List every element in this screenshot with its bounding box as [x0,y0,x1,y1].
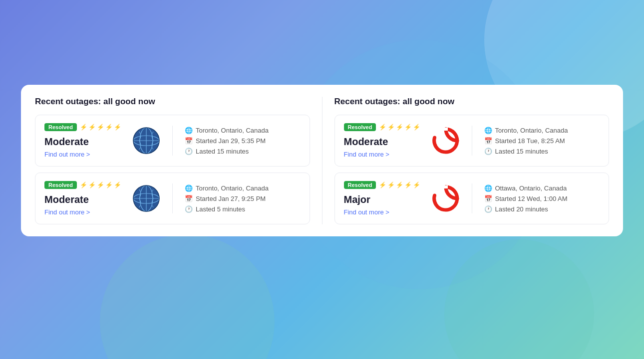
lightning-icon-9: ⚡ [105,181,113,188]
card-3-find-out-more[interactable]: Find out more > [344,151,389,158]
card-2-started: Started Jan 27, 9:25 PM [196,195,266,202]
panel-right: Recent outages: all good now Resolved ⚡ … [334,97,610,224]
clock-icon-1: 🕐 [185,148,193,155]
outage-card-1: Resolved ⚡ ⚡ ⚡ ⚡ ⚡ Moderate Find out mor… [35,115,310,167]
globe-small-icon-4: 🌐 [484,184,492,192]
card-1-lasted: Lasted 15 minutes [196,148,249,155]
lightning-icon-14: ⚡ [404,124,412,131]
lightning-icon-6: ⚡ [80,181,87,188]
card-2-started-row: 📅 Started Jan 27, 9:25 PM [185,195,269,202]
card-1-find-out-more[interactable]: Find out more > [44,151,90,158]
card-2-location: Toronto, Ontario, Canada [196,184,269,192]
lightning-icon-7: ⚡ [88,181,96,188]
card-4-spinner-icon [432,184,460,212]
card-1-started: Started Jan 29, 5:35 PM [196,137,266,145]
lightning-icon-11: ⚡ [379,124,386,131]
globe-small-icon: 🌐 [185,127,193,134]
card-3-started: Started 18 Tue, 8:25 AM [495,137,565,145]
card-3-spinner-icon [432,127,460,155]
clock-icon-3: 🕐 [484,148,492,155]
outage-card-2: Resolved ⚡ ⚡ ⚡ ⚡ ⚡ Moderate Find out mor… [35,173,310,224]
panel-divider [322,97,322,224]
card-4-location-row: 🌐 Ottawa, Ontario, Canada [484,184,568,192]
card-2-location-row: 🌐 Toronto, Ontario, Canada [185,184,269,192]
card-3-lasted-row: 🕐 Lasted 15 minutes [484,148,568,155]
calendar-icon-1: 📅 [185,137,193,145]
card-2-resolved-badge: Resolved [44,181,77,189]
lightning-icon-8: ⚡ [97,181,104,188]
card-3-severity: Moderate [344,136,388,148]
outage-card-4: Resolved ⚡ ⚡ ⚡ ⚡ ⚡ Major Find out more > [334,173,610,224]
card-2-badge-row: Resolved ⚡ ⚡ ⚡ ⚡ ⚡ [44,181,121,189]
card-4-badge-row: Resolved ⚡ ⚡ ⚡ ⚡ ⚡ [344,181,421,189]
card-2-find-out-more[interactable]: Find out more > [44,208,90,216]
card-1-left: Resolved ⚡ ⚡ ⚡ ⚡ ⚡ Moderate Find out mor… [44,123,124,158]
calendar-icon-4: 📅 [484,195,492,202]
card-4-find-out-more[interactable]: Find out more > [344,208,389,216]
card-1-started-row: 📅 Started Jan 29, 5:35 PM [185,137,269,145]
card-3-lasted: Lasted 15 minutes [495,148,548,155]
lightning-icon-18: ⚡ [396,181,403,188]
card-4-lightning-icons: ⚡ ⚡ ⚡ ⚡ ⚡ [379,181,420,188]
lightning-icon-2: ⚡ [88,124,96,131]
panel-left: Recent outages: all good now Resolved ⚡ … [35,97,310,224]
globe-small-icon-3: 🌐 [484,127,492,134]
card-4-resolved-badge: Resolved [344,181,376,189]
lightning-icon-10: ⚡ [114,181,121,188]
card-4-lasted: Lasted 20 minutes [495,205,548,213]
bg-decoration-3 [100,234,275,359]
card-2-severity: Moderate [44,194,89,205]
card-2-globe-icon [132,184,160,212]
card-1-location: Toronto, Ontario, Canada [196,127,269,134]
card-2-lasted-row: 🕐 Lasted 5 minutes [185,205,269,213]
outage-cards-left: Resolved ⚡ ⚡ ⚡ ⚡ ⚡ Moderate Find out mor… [35,115,310,224]
card-4-lasted-row: 🕐 Lasted 20 minutes [484,205,568,213]
lightning-icon-16: ⚡ [379,181,386,188]
card-3-location: Toronto, Ontario, Canada [495,127,568,134]
panel-right-title: Recent outages: all good now [334,97,610,107]
card-4-started: Started 12 Wed, 1:00 AM [495,195,568,202]
card-4-details: 🌐 Ottawa, Ontario, Canada 📅 Started 12 W… [484,184,568,213]
lightning-icon-3: ⚡ [97,124,104,131]
card-3-details: 🌐 Toronto, Ontario, Canada 📅 Started 18 … [484,127,568,155]
lightning-icon-20: ⚡ [413,181,420,188]
card-2-lightning-icons: ⚡ ⚡ ⚡ ⚡ ⚡ [80,181,121,188]
outage-cards-right: Resolved ⚡ ⚡ ⚡ ⚡ ⚡ Moderate Find out mor… [334,115,610,224]
card-1-location-row: 🌐 Toronto, Ontario, Canada [185,127,269,134]
lightning-icon-19: ⚡ [404,181,412,188]
lightning-icon-15: ⚡ [413,124,420,131]
card-1-details: 🌐 Toronto, Ontario, Canada 📅 Started Jan… [185,127,269,155]
card-4-left: Resolved ⚡ ⚡ ⚡ ⚡ ⚡ Major Find out more > [344,181,424,216]
lightning-icon-4: ⚡ [105,124,113,131]
card-4-location: Ottawa, Ontario, Canada [495,184,567,192]
card-2-divider [172,183,173,213]
card-3-badge-row: Resolved ⚡ ⚡ ⚡ ⚡ ⚡ [344,123,421,131]
lightning-icon-12: ⚡ [387,124,395,131]
card-3-lightning-icons: ⚡ ⚡ ⚡ ⚡ ⚡ [379,124,420,131]
card-3-left: Resolved ⚡ ⚡ ⚡ ⚡ ⚡ Moderate Find out mor… [344,123,424,158]
card-1-severity: Moderate [44,136,89,148]
card-2-left: Resolved ⚡ ⚡ ⚡ ⚡ ⚡ Moderate Find out mor… [44,181,124,216]
card-2-lasted: Lasted 5 minutes [196,205,245,213]
globe-small-icon-2: 🌐 [185,184,193,192]
card-4-severity: Major [344,194,370,205]
card-1-badge-row: Resolved ⚡ ⚡ ⚡ ⚡ ⚡ [44,123,121,131]
card-1-resolved-badge: Resolved [44,123,77,131]
calendar-icon-3: 📅 [484,137,492,145]
card-1-globe-icon [132,127,160,155]
card-2-details: 🌐 Toronto, Ontario, Canada 📅 Started Jan… [185,184,269,213]
outage-card-3: Resolved ⚡ ⚡ ⚡ ⚡ ⚡ Moderate Find out mor… [334,115,610,167]
card-4-started-row: 📅 Started 12 Wed, 1:00 AM [484,195,568,202]
clock-icon-4: 🕐 [484,205,492,213]
card-3-location-row: 🌐 Toronto, Ontario, Canada [484,127,568,134]
card-4-divider [472,183,472,213]
card-3-divider [472,126,472,156]
clock-icon-2: 🕐 [185,205,193,213]
card-3-resolved-badge: Resolved [344,123,376,131]
card-1-lightning-icons: ⚡ ⚡ ⚡ ⚡ ⚡ [80,124,121,131]
card-3-started-row: 📅 Started 18 Tue, 8:25 AM [484,137,568,145]
calendar-icon-2: 📅 [185,195,193,202]
lightning-icon-5: ⚡ [114,124,121,131]
lightning-icon-17: ⚡ [387,181,395,188]
lightning-icon-13: ⚡ [396,124,403,131]
